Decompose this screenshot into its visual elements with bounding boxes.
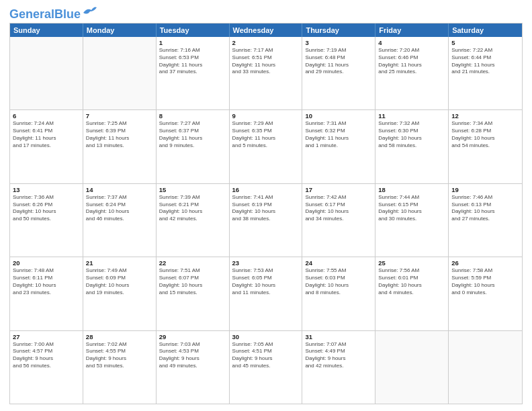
- calendar-cell: 11Sunrise: 7:32 AMSunset: 6:30 PMDayligh…: [375, 110, 449, 183]
- day-header-saturday: Saturday: [449, 24, 522, 37]
- calendar-cell: 30Sunrise: 7:05 AMSunset: 4:51 PMDayligh…: [230, 331, 303, 404]
- calendar-cell: 23Sunrise: 7:53 AMSunset: 6:05 PMDayligh…: [230, 257, 303, 330]
- day-number: 5: [451, 39, 519, 46]
- calendar-row: 20Sunrise: 7:48 AMSunset: 6:11 PMDayligh…: [10, 257, 522, 330]
- cell-content: Sunrise: 7:17 AMSunset: 6:51 PMDaylight:…: [232, 47, 300, 76]
- day-number: 21: [86, 259, 153, 267]
- calendar-cell: [10, 37, 83, 109]
- day-number: 2: [232, 39, 300, 46]
- cell-content: Sunrise: 7:42 AMSunset: 6:17 PMDaylight:…: [305, 194, 372, 223]
- day-number: 18: [378, 186, 445, 193]
- cell-content: Sunrise: 7:55 AMSunset: 6:03 PMDaylight:…: [305, 267, 372, 296]
- cell-content: Sunrise: 7:48 AMSunset: 6:11 PMDaylight:…: [13, 267, 80, 296]
- day-number: 27: [13, 333, 80, 340]
- calendar-cell: 16Sunrise: 7:41 AMSunset: 6:19 PMDayligh…: [230, 184, 303, 257]
- day-number: 16: [232, 186, 300, 193]
- day-number: 7: [86, 112, 153, 120]
- day-number: 19: [451, 186, 519, 193]
- calendar-cell: [375, 331, 449, 404]
- cell-content: Sunrise: 7:39 AMSunset: 6:21 PMDaylight:…: [159, 194, 226, 223]
- day-number: 28: [86, 333, 153, 340]
- day-number: 26: [451, 259, 519, 267]
- calendar-header: SundayMondayTuesdayWednesdayThursdayFrid…: [10, 24, 522, 37]
- cell-content: Sunrise: 7:02 AMSunset: 4:55 PMDaylight:…: [86, 341, 153, 370]
- calendar-cell: 24Sunrise: 7:55 AMSunset: 6:03 PMDayligh…: [302, 257, 375, 330]
- calendar-cell: 26Sunrise: 7:58 AMSunset: 5:59 PMDayligh…: [449, 257, 522, 330]
- cell-content: Sunrise: 7:51 AMSunset: 6:07 PMDaylight:…: [159, 267, 226, 296]
- day-number: 20: [13, 259, 80, 267]
- calendar-cell: 3Sunrise: 7:19 AMSunset: 6:48 PMDaylight…: [302, 37, 375, 109]
- day-number: 1: [159, 39, 226, 46]
- calendar-cell: [83, 37, 157, 109]
- calendar-cell: 12Sunrise: 7:34 AMSunset: 6:28 PMDayligh…: [449, 110, 522, 183]
- cell-content: Sunrise: 7:31 AMSunset: 6:32 PMDaylight:…: [305, 120, 372, 149]
- calendar-cell: 7Sunrise: 7:25 AMSunset: 6:39 PMDaylight…: [83, 110, 157, 183]
- day-number: 31: [305, 333, 372, 340]
- calendar-cell: 19Sunrise: 7:46 AMSunset: 6:13 PMDayligh…: [449, 184, 522, 257]
- day-number: 29: [159, 333, 226, 340]
- day-header-wednesday: Wednesday: [230, 24, 303, 37]
- logo-bird-icon: [82, 6, 97, 18]
- cell-content: Sunrise: 7:19 AMSunset: 6:48 PMDaylight:…: [305, 47, 372, 76]
- day-number: 13: [13, 186, 80, 193]
- cell-content: Sunrise: 7:07 AMSunset: 4:49 PMDaylight:…: [305, 341, 372, 370]
- day-number: 23: [232, 259, 300, 267]
- calendar-cell: 25Sunrise: 7:56 AMSunset: 6:01 PMDayligh…: [375, 257, 449, 330]
- cell-content: Sunrise: 7:05 AMSunset: 4:51 PMDaylight:…: [232, 341, 300, 370]
- calendar-row: 1Sunrise: 7:16 AMSunset: 6:53 PMDaylight…: [10, 37, 522, 110]
- page: GeneralBlue SundayMondayTuesdayWednesday…: [0, 0, 532, 411]
- calendar: SundayMondayTuesdayWednesdayThursdayFrid…: [9, 23, 523, 404]
- day-number: 22: [159, 259, 226, 267]
- cell-content: Sunrise: 7:22 AMSunset: 6:44 PMDaylight:…: [451, 47, 519, 76]
- header: GeneralBlue: [9, 8, 523, 20]
- logo: GeneralBlue: [9, 8, 97, 20]
- calendar-cell: 28Sunrise: 7:02 AMSunset: 4:55 PMDayligh…: [83, 331, 157, 404]
- calendar-cell: 22Sunrise: 7:51 AMSunset: 6:07 PMDayligh…: [157, 257, 230, 330]
- day-number: 15: [159, 186, 226, 193]
- calendar-cell: 1Sunrise: 7:16 AMSunset: 6:53 PMDaylight…: [157, 37, 230, 109]
- day-header-tuesday: Tuesday: [157, 24, 230, 37]
- calendar-cell: 15Sunrise: 7:39 AMSunset: 6:21 PMDayligh…: [157, 184, 230, 257]
- day-number: 9: [232, 112, 300, 120]
- logo-text: GeneralBlue: [9, 8, 81, 20]
- day-number: 30: [232, 333, 300, 340]
- cell-content: Sunrise: 7:00 AMSunset: 4:57 PMDaylight:…: [13, 341, 80, 370]
- calendar-cell: 10Sunrise: 7:31 AMSunset: 6:32 PMDayligh…: [302, 110, 375, 183]
- calendar-row: 13Sunrise: 7:36 AMSunset: 6:26 PMDayligh…: [10, 184, 522, 257]
- day-number: 24: [305, 259, 372, 267]
- cell-content: Sunrise: 7:58 AMSunset: 5:59 PMDaylight:…: [451, 267, 519, 296]
- calendar-cell: 14Sunrise: 7:37 AMSunset: 6:24 PMDayligh…: [83, 184, 157, 257]
- calendar-body: 1Sunrise: 7:16 AMSunset: 6:53 PMDaylight…: [10, 37, 522, 404]
- calendar-cell: 4Sunrise: 7:20 AMSunset: 6:46 PMDaylight…: [375, 37, 449, 109]
- cell-content: Sunrise: 7:53 AMSunset: 6:05 PMDaylight:…: [232, 267, 300, 296]
- day-number: 6: [13, 112, 80, 120]
- calendar-cell: 21Sunrise: 7:49 AMSunset: 6:09 PMDayligh…: [83, 257, 157, 330]
- calendar-cell: 18Sunrise: 7:44 AMSunset: 6:15 PMDayligh…: [375, 184, 449, 257]
- cell-content: Sunrise: 7:49 AMSunset: 6:09 PMDaylight:…: [86, 267, 153, 296]
- cell-content: Sunrise: 7:32 AMSunset: 6:30 PMDaylight:…: [378, 120, 445, 149]
- day-header-friday: Friday: [375, 24, 449, 37]
- calendar-cell: 9Sunrise: 7:29 AMSunset: 6:35 PMDaylight…: [230, 110, 303, 183]
- day-number: 25: [378, 259, 445, 267]
- cell-content: Sunrise: 7:56 AMSunset: 6:01 PMDaylight:…: [378, 267, 445, 296]
- day-header-thursday: Thursday: [302, 24, 375, 37]
- day-number: 17: [305, 186, 372, 193]
- day-number: 4: [378, 39, 445, 46]
- day-number: 3: [305, 39, 372, 46]
- calendar-cell: 13Sunrise: 7:36 AMSunset: 6:26 PMDayligh…: [10, 184, 83, 257]
- cell-content: Sunrise: 7:16 AMSunset: 6:53 PMDaylight:…: [159, 47, 226, 76]
- day-header-sunday: Sunday: [10, 24, 83, 37]
- calendar-cell: 5Sunrise: 7:22 AMSunset: 6:44 PMDaylight…: [449, 37, 522, 109]
- calendar-cell: 29Sunrise: 7:03 AMSunset: 4:53 PMDayligh…: [157, 331, 230, 404]
- day-number: 8: [159, 112, 226, 120]
- cell-content: Sunrise: 7:37 AMSunset: 6:24 PMDaylight:…: [86, 194, 153, 223]
- cell-content: Sunrise: 7:36 AMSunset: 6:26 PMDaylight:…: [13, 194, 80, 223]
- cell-content: Sunrise: 7:24 AMSunset: 6:41 PMDaylight:…: [13, 120, 80, 149]
- cell-content: Sunrise: 7:29 AMSunset: 6:35 PMDaylight:…: [232, 120, 300, 149]
- calendar-cell: 2Sunrise: 7:17 AMSunset: 6:51 PMDaylight…: [230, 37, 303, 109]
- cell-content: Sunrise: 7:46 AMSunset: 6:13 PMDaylight:…: [451, 194, 519, 223]
- cell-content: Sunrise: 7:03 AMSunset: 4:53 PMDaylight:…: [159, 341, 226, 370]
- calendar-cell: [449, 331, 522, 404]
- calendar-cell: 17Sunrise: 7:42 AMSunset: 6:17 PMDayligh…: [302, 184, 375, 257]
- cell-content: Sunrise: 7:27 AMSunset: 6:37 PMDaylight:…: [159, 120, 226, 149]
